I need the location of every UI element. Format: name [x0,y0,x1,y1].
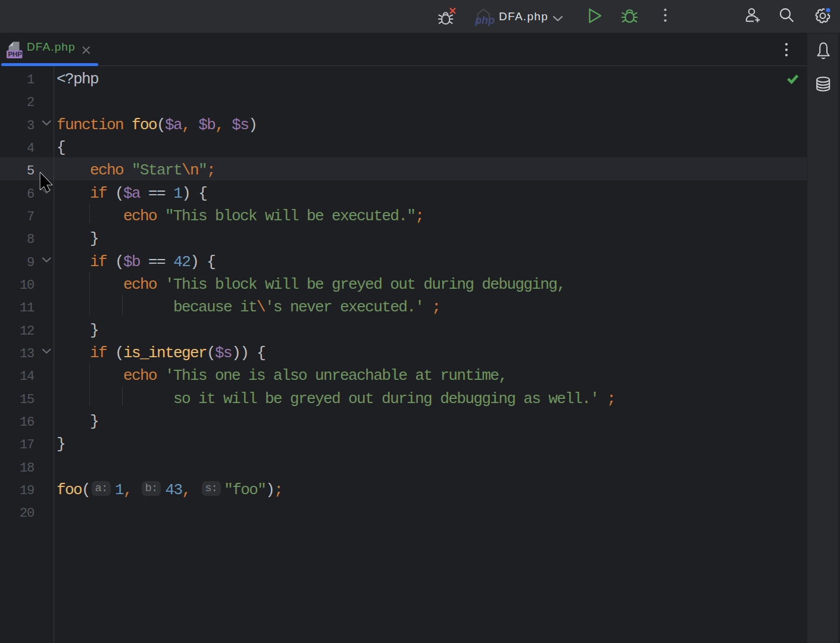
svg-text:PHP: PHP [8,51,22,58]
svg-text:php: php [474,14,495,26]
